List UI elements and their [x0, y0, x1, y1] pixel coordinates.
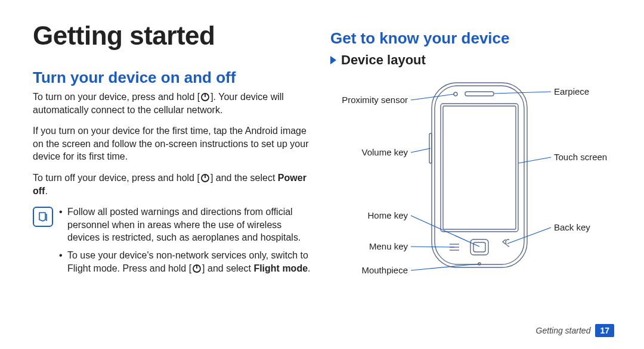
- chevron-right-icon: [330, 56, 336, 64]
- text-fragment: ] and select: [202, 263, 253, 273]
- left-column: Getting started Turn your device on and …: [33, 21, 314, 300]
- svg-rect-10: [465, 92, 494, 96]
- paragraph-turn-on: To turn on your device, press and hold […: [33, 91, 314, 116]
- svg-rect-13: [473, 242, 485, 252]
- text-bold-flight-mode: Flight mode: [253, 263, 308, 273]
- svg-rect-8: [441, 104, 518, 232]
- page-number: 17: [595, 324, 614, 337]
- svg-line-26: [507, 228, 551, 244]
- label-mouthpiece: Mouthpiece: [361, 265, 408, 275]
- section-heading-turn-on-off: Turn your device on and off: [33, 68, 314, 87]
- text-fragment: To turn on your device, press and hold [: [33, 92, 200, 102]
- footer-section: Getting started: [536, 326, 591, 335]
- subsection-label: Device layout: [341, 52, 426, 68]
- label-back-key: Back key: [554, 222, 590, 232]
- text-fragment: .: [308, 263, 310, 273]
- right-column: Get to know your device Device layout: [330, 21, 611, 300]
- note-item: Follow all posted warnings and direction…: [59, 205, 314, 244]
- svg-line-19: [411, 94, 454, 100]
- svg-line-25: [518, 157, 551, 163]
- note-list: Follow all posted warnings and direction…: [59, 205, 314, 279]
- label-home-key: Home key: [367, 210, 408, 220]
- svg-line-20: [411, 148, 431, 152]
- text-fragment: .: [45, 186, 47, 196]
- note-icon: [33, 207, 53, 227]
- device-diagram: Proximity sensor Volume key Home key Men…: [330, 74, 605, 300]
- page-title: Getting started: [33, 21, 314, 51]
- power-icon: [192, 264, 202, 273]
- text-fragment: To turn off your device, press and hold …: [33, 173, 200, 183]
- note-item: To use your device's non-network service…: [59, 249, 314, 275]
- paragraph-turn-off: To turn off your device, press and hold …: [33, 172, 314, 197]
- svg-rect-7: [435, 86, 524, 264]
- paragraph-first-time: If you turn on your device for the first…: [33, 124, 314, 163]
- text-fragment: ] and the select: [210, 173, 278, 183]
- label-proximity-sensor: Proximity sensor: [342, 95, 408, 105]
- note-block: Follow all posted warnings and direction…: [33, 205, 314, 279]
- label-volume-key: Volume key: [361, 147, 408, 157]
- label-menu-key: Menu key: [369, 241, 408, 251]
- power-icon: [200, 173, 210, 183]
- subsection-heading-device-layout: Device layout: [330, 52, 611, 68]
- svg-line-22: [411, 247, 454, 247]
- label-earpiece: Earpiece: [554, 86, 589, 96]
- section-heading-know-device: Get to know your device: [330, 29, 611, 48]
- label-touch-screen: Touch screen: [554, 152, 607, 162]
- svg-line-21: [411, 216, 479, 247]
- power-icon: [200, 92, 210, 102]
- page-footer: Getting started 17: [536, 324, 614, 337]
- svg-rect-9: [443, 106, 516, 229]
